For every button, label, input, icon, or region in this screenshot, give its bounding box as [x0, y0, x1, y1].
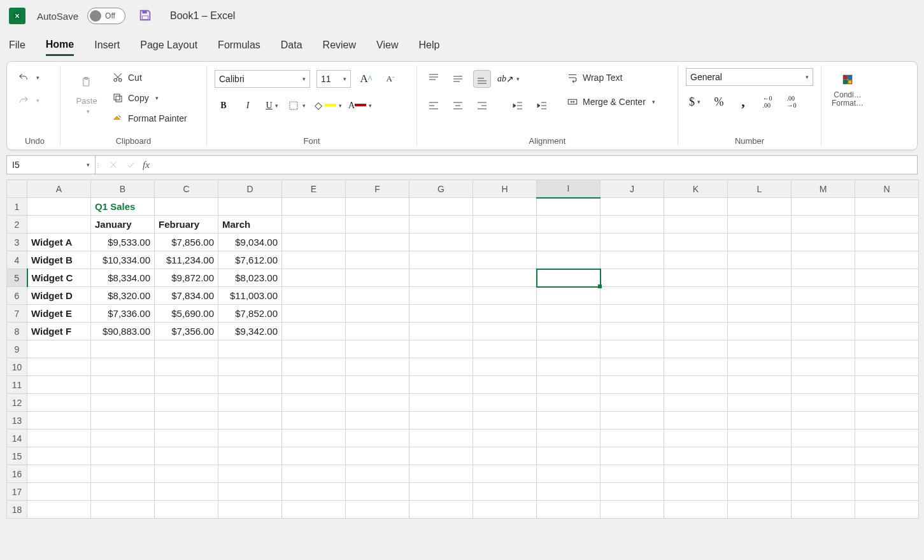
- cell[interactable]: [537, 216, 601, 234]
- cell[interactable]: [728, 483, 792, 501]
- row-header[interactable]: 3: [7, 234, 27, 251]
- font-size-select[interactable]: 11▾: [316, 70, 351, 88]
- cell[interactable]: [346, 216, 409, 234]
- cell[interactable]: [792, 376, 855, 394]
- column-header[interactable]: E: [282, 180, 346, 198]
- row-header[interactable]: 16: [7, 465, 27, 483]
- row-header[interactable]: 8: [7, 323, 27, 340]
- cell[interactable]: [601, 376, 664, 394]
- cell[interactable]: [282, 305, 346, 323]
- redo-button[interactable]: ▾: [17, 91, 39, 110]
- cell[interactable]: [855, 483, 919, 501]
- cell[interactable]: [664, 340, 728, 358]
- column-header[interactable]: L: [728, 180, 792, 198]
- cell[interactable]: [792, 394, 855, 412]
- increase-font-icon[interactable]: A^: [357, 70, 375, 88]
- cell[interactable]: [218, 447, 282, 465]
- cell[interactable]: February: [155, 216, 218, 234]
- cell[interactable]: [601, 287, 664, 305]
- save-icon[interactable]: [138, 8, 152, 24]
- cell[interactable]: [664, 287, 728, 305]
- cell[interactable]: [155, 501, 218, 519]
- cell[interactable]: [728, 394, 792, 412]
- conditional-formatting-button[interactable]: Condi…Format…: [829, 68, 866, 110]
- cell[interactable]: [473, 269, 537, 287]
- cell[interactable]: [601, 358, 664, 376]
- cell[interactable]: [537, 269, 601, 287]
- cell[interactable]: [601, 340, 664, 358]
- cell[interactable]: [91, 430, 155, 447]
- column-header[interactable]: J: [601, 180, 664, 198]
- cell[interactable]: $7,336.00: [91, 305, 155, 323]
- cell[interactable]: [218, 340, 282, 358]
- cell[interactable]: [409, 305, 473, 323]
- cell[interactable]: [664, 323, 728, 340]
- cell[interactable]: March: [218, 216, 282, 234]
- cell[interactable]: [855, 198, 919, 216]
- cell[interactable]: [346, 340, 409, 358]
- cell[interactable]: [27, 198, 91, 216]
- cell[interactable]: [855, 358, 919, 376]
- cell[interactable]: [601, 501, 664, 519]
- cell[interactable]: [27, 216, 91, 234]
- cell[interactable]: [155, 198, 218, 216]
- cell[interactable]: [601, 465, 664, 483]
- cell[interactable]: $7,856.00: [155, 234, 218, 251]
- cell[interactable]: [282, 376, 346, 394]
- format-painter-button[interactable]: Format Painter: [111, 109, 187, 128]
- cell[interactable]: [792, 501, 855, 519]
- cancel-formula-icon[interactable]: [107, 158, 120, 171]
- cell[interactable]: [409, 234, 473, 251]
- cell[interactable]: $7,834.00: [155, 287, 218, 305]
- cell[interactable]: [155, 394, 218, 412]
- cell[interactable]: [155, 430, 218, 447]
- cell[interactable]: [218, 430, 282, 447]
- cell[interactable]: $10,334.00: [91, 251, 155, 269]
- cell[interactable]: [27, 465, 91, 483]
- cell[interactable]: [664, 358, 728, 376]
- cell[interactable]: [27, 394, 91, 412]
- cell[interactable]: [855, 323, 919, 340]
- row-header[interactable]: 10: [7, 358, 27, 376]
- column-header[interactable]: K: [664, 180, 728, 198]
- cell[interactable]: [409, 430, 473, 447]
- cell[interactable]: [728, 358, 792, 376]
- font-color-button[interactable]: A▾: [348, 97, 372, 115]
- cell[interactable]: [346, 447, 409, 465]
- align-bottom-icon[interactable]: [473, 70, 491, 88]
- cell[interactable]: [473, 340, 537, 358]
- cell[interactable]: [728, 340, 792, 358]
- cell[interactable]: [792, 251, 855, 269]
- cell[interactable]: [282, 216, 346, 234]
- column-header[interactable]: B: [91, 180, 155, 198]
- cell[interactable]: Widget D: [27, 287, 91, 305]
- cell[interactable]: [473, 376, 537, 394]
- cell[interactable]: [855, 305, 919, 323]
- cell[interactable]: [664, 198, 728, 216]
- cell[interactable]: [537, 358, 601, 376]
- cell[interactable]: [473, 430, 537, 447]
- cell[interactable]: [728, 430, 792, 447]
- cell[interactable]: [601, 251, 664, 269]
- cell[interactable]: [155, 376, 218, 394]
- row-header[interactable]: 12: [7, 394, 27, 412]
- cell[interactable]: [855, 430, 919, 447]
- undo-button[interactable]: ▾: [17, 68, 39, 87]
- cell[interactable]: [346, 323, 409, 340]
- cell[interactable]: [473, 394, 537, 412]
- cell[interactable]: [855, 501, 919, 519]
- cell[interactable]: $8,023.00: [218, 269, 282, 287]
- cell[interactable]: [664, 430, 728, 447]
- cell[interactable]: $8,320.00: [91, 287, 155, 305]
- cell[interactable]: [346, 412, 409, 430]
- cell[interactable]: [91, 483, 155, 501]
- enter-formula-icon[interactable]: [125, 158, 138, 171]
- cell[interactable]: [409, 198, 473, 216]
- cell[interactable]: [792, 447, 855, 465]
- cell[interactable]: [218, 465, 282, 483]
- cell[interactable]: [473, 412, 537, 430]
- align-top-icon[interactable]: [425, 70, 443, 88]
- cell[interactable]: [91, 447, 155, 465]
- cell[interactable]: [601, 430, 664, 447]
- borders-button[interactable]: ▾: [287, 97, 306, 115]
